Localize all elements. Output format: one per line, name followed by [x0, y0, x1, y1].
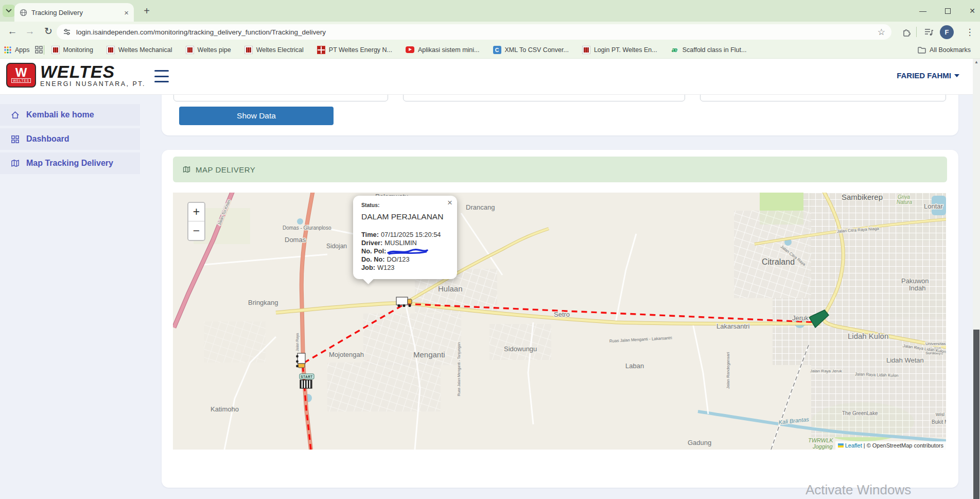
- globe-favicon: [20, 9, 27, 16]
- browser-menu-icon[interactable]: ⋮: [964, 25, 976, 39]
- tab-list-icon[interactable]: [922, 25, 936, 39]
- start-marker[interactable]: START: [300, 374, 314, 379]
- bookmark-item[interactable]: Weltes Mechanical: [107, 46, 172, 54]
- map-label: Lidah Kulon: [848, 332, 888, 340]
- map-label: Pakuwon: [901, 277, 929, 285]
- scroll-up-arrow[interactable]: ▲: [973, 60, 980, 64]
- map-attribution: Leaflet | © OpenStreetMap contributors: [835, 441, 946, 450]
- map-label: Bukit Mas: [932, 419, 946, 425]
- map-label: Domas: [285, 236, 306, 244]
- brand-text: WELTES ENERGI NUSANTARA, PT.: [40, 63, 146, 88]
- bookmark-item[interactable]: Login PT. Weltes En...: [582, 46, 657, 54]
- hamburger-menu-icon[interactable]: [154, 70, 169, 82]
- osm-attribution[interactable]: | © OpenStreetMap contributors: [864, 442, 943, 449]
- popup-row-nopol: No. Pol:: [361, 247, 450, 255]
- popup-row-dono: Do. No:DO/123: [361, 255, 450, 264]
- leaflet-link[interactable]: Leaflet: [845, 442, 862, 449]
- show-data-button[interactable]: Show Data: [179, 107, 334, 125]
- map-label: Jalan Raya Jeruk: [810, 369, 843, 373]
- browser-tab[interactable]: Tracking Delivery ×: [14, 3, 134, 22]
- bookmark-label: XML To CSV Conver...: [505, 46, 569, 54]
- brand-name: WELTES: [40, 63, 146, 80]
- map-label: Citraland: [762, 257, 795, 266]
- bookmark-item[interactable]: PT Weltes Energy N...: [317, 46, 392, 54]
- bookmark-item[interactable]: Weltes Electrical: [244, 46, 304, 54]
- weltes-grid-favicon: [317, 46, 325, 54]
- sidebar-item-home[interactable]: Kembali ke home: [0, 104, 140, 126]
- bookmark-item[interactable]: CXML To CSV Conver...: [493, 46, 569, 54]
- map-label: Wisl: [936, 412, 944, 417]
- extensions-icon[interactable]: [900, 25, 913, 39]
- site-settings-icon[interactable]: [63, 28, 71, 36]
- sidebar-item-map-tracking[interactable]: Map Tracking Delivery: [0, 152, 140, 174]
- user-name: FARIED FAHMI: [897, 71, 951, 80]
- brand-subtitle: ENERGI NUSANTARA, PT.: [40, 80, 146, 88]
- map-label: Laban: [625, 362, 644, 370]
- zoom-in-button[interactable]: +: [188, 203, 204, 221]
- tab-close-icon[interactable]: ×: [124, 8, 129, 17]
- close-window-button[interactable]: ✕: [964, 4, 980, 18]
- apps-shortcut[interactable]: Apps: [4, 46, 30, 54]
- map-label: Gadung: [688, 439, 711, 446]
- map-label: Natura: [897, 199, 912, 205]
- map-label: Mojotengah: [329, 351, 364, 358]
- new-tab-button[interactable]: +: [140, 4, 153, 18]
- popup-close-icon[interactable]: ×: [447, 198, 452, 207]
- zoom-out-button[interactable]: −: [188, 221, 204, 240]
- minimize-button[interactable]: —: [914, 4, 932, 18]
- weltes-logo[interactable]: W WELTES WELTES ENERGI NUSANTARA, PT.: [6, 63, 146, 88]
- csv-converter-favicon: C: [493, 46, 501, 54]
- map-label: Jeruk: [792, 314, 809, 322]
- chevron-down-icon: [954, 74, 959, 77]
- bookmark-item[interactable]: æScaffold class in Flut...: [671, 46, 747, 54]
- weltes-favicon: [51, 46, 60, 54]
- popup-row-job: Job:W123: [361, 264, 450, 272]
- weltes-favicon: [244, 46, 253, 54]
- bookmark-star-icon[interactable]: ☆: [878, 27, 885, 38]
- all-bookmarks-button[interactable]: All Bookmarks: [918, 46, 971, 54]
- profile-avatar[interactable]: F: [940, 25, 954, 39]
- popup-row-time: Time:07/11/2025 15:20:54: [361, 231, 450, 239]
- bookmark-label: Aplikasi sistem mini...: [418, 46, 479, 54]
- map-zoom-control: + −: [187, 202, 205, 241]
- map-label: Jalan Randegansari: [726, 352, 730, 389]
- sidebar-item-label: Map Tracking Delivery: [26, 159, 113, 168]
- weltes-favicon: [186, 46, 194, 54]
- app-header: W WELTES WELTES ENERGI NUSANTARA, PT. FA…: [0, 59, 973, 95]
- dashboard-icon: [10, 134, 20, 144]
- bookmark-label: PT Weltes Energy N...: [329, 46, 392, 54]
- scrollbar-thumb[interactable]: [973, 330, 979, 499]
- back-button[interactable]: ←: [6, 26, 19, 38]
- forward-button[interactable]: →: [24, 26, 36, 38]
- bookmark-label: Login PT. Weltes En...: [594, 46, 657, 54]
- start-label: START: [301, 375, 313, 378]
- map-label: Lontar: [924, 202, 943, 210]
- bookmark-item[interactable]: Weltes pipe: [186, 46, 231, 54]
- bookmark-item[interactable]: Monitoring: [51, 46, 93, 54]
- url-text[interactable]: login.isaindependen.com/monitoring/track…: [76, 28, 872, 36]
- map-label: Jalan Raya: [295, 333, 300, 351]
- bookmark-item[interactable]: Aplikasi sistem mini...: [406, 46, 479, 54]
- map-label: Setro: [554, 311, 570, 318]
- reload-button[interactable]: ↻: [42, 26, 55, 38]
- bookmark-label: Weltes Electrical: [256, 46, 304, 54]
- truck-marker-start[interactable]: [296, 353, 305, 368]
- screen: Tracking Delivery × + — ✕ ← → ↻ login.is…: [0, 0, 980, 499]
- address-bar[interactable]: login.isaindependen.com/monitoring/track…: [57, 24, 891, 40]
- logo-letter: W: [15, 67, 27, 78]
- maximize-button[interactable]: [939, 4, 956, 18]
- page-scrollbar[interactable]: ▲: [973, 59, 980, 499]
- weltes-favicon: [107, 46, 115, 54]
- sidebar-item-label: Dashboard: [26, 134, 69, 144]
- tab-search-icon[interactable]: [3, 5, 15, 17]
- bookmark-label: Monitoring: [63, 46, 93, 54]
- apps-grid-icon: [4, 46, 11, 54]
- leaflet-map[interactable]: START PelemwatuDrancangDomas - Gluranplo…: [173, 193, 946, 450]
- user-menu[interactable]: FARIED FAHMI: [897, 71, 959, 80]
- bookmark-label: Weltes Mechanical: [118, 46, 172, 54]
- sidebar-item-dashboard[interactable]: Dashboard: [0, 128, 140, 150]
- barrier-marker: [300, 380, 312, 388]
- bookmark-label: Scaffold class in Flut...: [682, 46, 747, 54]
- reading-list-icon[interactable]: [35, 46, 43, 54]
- map-label: Sambikerep: [842, 193, 883, 201]
